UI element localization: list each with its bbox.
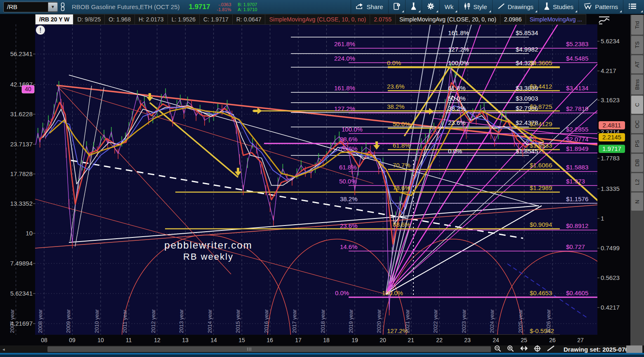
- patterns-label: Patterns: [595, 3, 618, 10]
- svg-text:23.6%: 23.6%: [340, 222, 358, 229]
- svg-text:$2.7819: $2.7819: [566, 105, 588, 112]
- svg-text:21: 21: [408, 337, 414, 343]
- svg-text:$3.0903: $3.0903: [516, 95, 538, 102]
- chart-canvas[interactable]: 161.8%$5.8534127.2%$4.9982100.0%$4.32661…: [0, 0, 644, 357]
- right-sidebar: TrdTSATBtnsCOCPSDBL2N: [630, 15, 644, 352]
- patterns-icon: [584, 3, 592, 11]
- candlestick-icon: [464, 2, 470, 11]
- svg-text:4.21697: 4.21697: [10, 320, 33, 327]
- svg-text:1: 1: [601, 215, 604, 222]
- svg-text:24: 24: [493, 337, 499, 343]
- header-cell-6: R: 0.0647: [233, 14, 266, 25]
- analyze-button[interactable]: [405, 0, 422, 14]
- svg-text:1.9717: 1.9717: [602, 145, 621, 152]
- svg-text:$2.0774: $2.0774: [566, 136, 588, 143]
- zoom-out-icon[interactable]: [494, 345, 501, 354]
- svg-text:$5.8534: $5.8534: [516, 29, 538, 36]
- sidebar-tab-oc[interactable]: OC: [631, 115, 643, 133]
- drawings-button[interactable]: Drawings: [492, 0, 539, 14]
- svg-text:23: 23: [464, 337, 471, 343]
- draw-line-icon[interactable]: [547, 345, 555, 353]
- svg-text:$0.4605: $0.4605: [566, 289, 588, 296]
- sidebar-tab-n[interactable]: N: [631, 193, 643, 211]
- svg-text:27: 27: [577, 337, 584, 343]
- svg-text:0.0%: 0.0%: [448, 148, 462, 155]
- svg-text:2017 year: 2017 year: [291, 309, 297, 333]
- header-cell-11: SimpleMovingAvg ...: [526, 14, 586, 25]
- svg-text:$2.8725: $2.8725: [530, 103, 552, 110]
- notes-button[interactable]: i: [388, 0, 405, 14]
- settings-button[interactable]: [422, 0, 439, 14]
- svg-text:0.4217: 0.4217: [601, 304, 620, 311]
- share-button[interactable]: Share: [351, 0, 388, 14]
- svg-text:$0.9094: $0.9094: [530, 221, 552, 228]
- gear-icon: [427, 2, 434, 11]
- svg-text:100.0%: 100.0%: [448, 59, 469, 66]
- svg-text:0.7499: 0.7499: [601, 244, 620, 251]
- header-cell-8: 2.0755: [370, 14, 396, 25]
- svg-text:2019 year: 2019 year: [348, 309, 354, 333]
- svg-text:$4.3605: $4.3605: [530, 59, 552, 66]
- share-label: Share: [366, 3, 383, 10]
- note-icon: i: [394, 3, 400, 11]
- sidebar-tab-ps[interactable]: PS: [631, 134, 643, 153]
- symbol-dropdown-icon[interactable]: ▼: [48, 2, 57, 12]
- svg-text:15: 15: [238, 337, 245, 343]
- sidebar-tab-at[interactable]: AT: [631, 55, 643, 73]
- svg-text:88.6%: 88.6%: [340, 136, 358, 143]
- svg-text:224.0%: 224.0%: [334, 55, 355, 62]
- drawing-set-label: Drawing set: 2025-0704: [564, 346, 632, 353]
- svg-text:11: 11: [126, 337, 132, 343]
- svg-text:2026 year: 2026 year: [545, 309, 552, 333]
- svg-text:2020 year: 2020 year: [376, 309, 382, 333]
- svg-text:2018 year: 2018 year: [320, 309, 326, 333]
- symbol-input[interactable]: /RB ▼: [3, 2, 58, 12]
- svg-text:1.7783: 1.7783: [601, 155, 620, 162]
- svg-text:14: 14: [210, 337, 217, 343]
- scroll-left-arrow-icon[interactable]: ◂: [2, 347, 5, 352]
- svg-text:2.2145: 2.2145: [602, 134, 621, 141]
- studies-flask-icon: [544, 2, 550, 11]
- sidebar-tab-db[interactable]: DB: [631, 154, 643, 172]
- svg-text:100.0%: 100.0%: [342, 126, 363, 133]
- svg-text:23.7137: 23.7137: [10, 141, 33, 148]
- svg-text:RB weekly: RB weekly: [183, 251, 234, 262]
- drawings-label: Drawings: [508, 3, 534, 10]
- instrument-title: RBOB Gasoline Futures,ETH (OCT 25): [72, 3, 179, 10]
- sidebar-tab-l2[interactable]: L2: [631, 173, 643, 191]
- zoom-in-icon[interactable]: [507, 345, 514, 354]
- menu-button[interactable]: [623, 0, 644, 14]
- sidebar-tab-ts[interactable]: TS: [631, 36, 643, 54]
- scrollbar-thumb[interactable]: [47, 346, 491, 352]
- svg-text:$1.373: $1.373: [566, 178, 585, 185]
- timeframe-label: Wk: [445, 3, 454, 10]
- crosshair-icon[interactable]: [534, 345, 541, 354]
- style-button[interactable]: Style: [458, 0, 492, 14]
- svg-text:pebblewriter.com: pebblewriter.com: [164, 240, 252, 251]
- header-cell-10: 2.0986: [500, 14, 526, 25]
- sidebar-tab-btns[interactable]: Btns: [631, 75, 643, 94]
- svg-text:i: i: [398, 3, 399, 6]
- link-chain-icon[interactable]: [60, 2, 65, 12]
- svg-text:$2.2855: $2.2855: [566, 126, 588, 133]
- studies-button[interactable]: Studies: [538, 0, 578, 14]
- svg-text:78.6%: 78.6%: [393, 184, 410, 191]
- svg-text:16: 16: [267, 337, 273, 343]
- svg-text:2009 year: 2009 year: [65, 309, 71, 333]
- svg-text:50.0%: 50.0%: [393, 120, 410, 127]
- svg-text:$1.9533: $1.9533: [530, 142, 552, 149]
- svg-text:23.6%: 23.6%: [387, 83, 405, 90]
- sidebar-tab-c[interactable]: C: [631, 96, 643, 114]
- svg-text:$1.1576: $1.1576: [566, 195, 588, 202]
- sidebar-tab-trd[interactable]: Trd: [631, 15, 643, 35]
- svg-text:$1.5883: $1.5883: [566, 164, 588, 171]
- pan-horizontal-icon[interactable]: [520, 345, 528, 353]
- header-cell-2: O: 1.968: [105, 14, 135, 25]
- header-cell-9: SimpleMovingAvg (CLOSE, 20, 0, no): [396, 14, 500, 25]
- studies-label: Studies: [553, 3, 573, 10]
- svg-text:5.62341: 5.62341: [10, 290, 33, 297]
- timeframe-button[interactable]: Wk: [439, 0, 459, 14]
- svg-text:$3.4412: $3.4412: [530, 83, 552, 90]
- header-cell-0[interactable]: /RB 20 Y W: [35, 14, 73, 25]
- patterns-button[interactable]: Patterns: [578, 0, 623, 14]
